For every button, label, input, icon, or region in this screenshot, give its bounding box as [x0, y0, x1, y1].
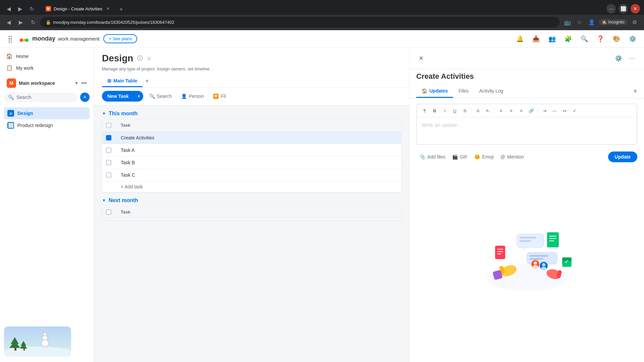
- toolbar-list[interactable]: ≡: [517, 106, 526, 115]
- next-month-header-checkbox[interactable]: [106, 209, 111, 215]
- update-button[interactable]: Update: [608, 152, 637, 162]
- panel-tab-activity-log[interactable]: Activity Log: [474, 85, 509, 98]
- table-row[interactable]: Task C: [102, 169, 401, 181]
- panel-settings-button[interactable]: ⚙️: [613, 53, 624, 64]
- row-checkbox-2[interactable]: [106, 160, 111, 165]
- row-checkbox-0[interactable]: [106, 135, 111, 140]
- maximize-button[interactable]: ⬜: [619, 4, 628, 13]
- nav-refresh[interactable]: ↻: [28, 17, 38, 27]
- emoji-icon: 😊: [474, 154, 480, 160]
- search-add-row: 🔍 Search +: [4, 90, 90, 105]
- toolbar-check[interactable]: ✓: [570, 106, 579, 115]
- see-plans-button[interactable]: + See plans: [103, 34, 137, 43]
- table-row[interactable]: Task B: [102, 157, 401, 169]
- filter-toolbar-button[interactable]: 🔽 Fil: [210, 92, 229, 101]
- invite-button[interactable]: 👥: [546, 33, 558, 45]
- tab-close-button[interactable]: ✕: [105, 6, 111, 12]
- svg-point-21: [533, 265, 538, 268]
- toolbar-paragraph[interactable]: ¶: [420, 106, 429, 115]
- panel-tab-add-button[interactable]: +: [633, 87, 637, 95]
- toolbar-italic[interactable]: I: [440, 106, 449, 115]
- back-button[interactable]: ◀: [4, 4, 13, 13]
- toolbar-align-center[interactable]: ≡: [507, 106, 516, 115]
- workspace-header[interactable]: M Main workspace ▼ •••: [4, 76, 90, 90]
- panel-tab-files[interactable]: Files: [453, 85, 474, 98]
- add-view-button[interactable]: +: [143, 78, 152, 85]
- row-checkbox-3[interactable]: [106, 172, 111, 178]
- search-toolbar-button[interactable]: 🔍 Search: [146, 92, 175, 101]
- next-month-header-task-label: Task: [115, 206, 401, 218]
- gif-label: GIF: [460, 154, 468, 160]
- sidebar-search-box[interactable]: 🔍 Search: [4, 93, 77, 102]
- design-board-label: Design: [17, 111, 33, 116]
- window-close-button[interactable]: ✕: [631, 4, 640, 13]
- row-checkbox-1[interactable]: [106, 147, 111, 153]
- toolbar-text-color[interactable]: A: [474, 106, 482, 115]
- sidebar-item-home[interactable]: 🏠 Home: [3, 50, 91, 62]
- main-table-label: Main Table: [113, 78, 137, 83]
- mention-button[interactable]: @ Mention: [497, 152, 527, 162]
- inbox-button[interactable]: 📥: [530, 33, 542, 45]
- sidebar: 🏠 Home 📋 My work M Main workspace ▼ •••: [0, 48, 94, 362]
- apps-button[interactable]: 🧩: [562, 33, 574, 45]
- address-bar-input[interactable]: 🔒 moodjoy.monday.com/boards/1830420525/p…: [40, 17, 559, 27]
- header-checkbox-cell: [102, 119, 115, 131]
- toolbar-link[interactable]: 🔗: [527, 106, 536, 115]
- extensions-icon[interactable]: ⚙: [629, 17, 640, 27]
- panel-close-button[interactable]: ✕: [416, 54, 426, 63]
- notifications-button[interactable]: 🔔: [514, 33, 526, 45]
- grid-menu-button[interactable]: ⣿: [5, 34, 15, 44]
- toolbar-columns[interactable]: ⇔: [560, 106, 569, 115]
- add-task-row[interactable]: + Add task: [102, 181, 401, 192]
- toolbar-divider[interactable]: —: [550, 106, 559, 115]
- help-button[interactable]: ❓: [594, 33, 606, 45]
- app-container: ⣿ monday work management + See plans 🔔 📥…: [0, 30, 644, 362]
- theme-button[interactable]: 🎨: [610, 33, 623, 45]
- gif-button[interactable]: 🎬 GIF: [449, 152, 471, 162]
- updates-tab-icon: 🏠: [422, 88, 427, 94]
- tab-main-table[interactable]: ⊞ Main Table: [102, 75, 143, 87]
- editor-content[interactable]: Write an update...: [417, 117, 637, 144]
- editor-placeholder: Write an update...: [422, 122, 461, 128]
- new-tab-button[interactable]: +: [116, 5, 126, 14]
- sidebar-add-button[interactable]: +: [80, 93, 90, 102]
- active-tab[interactable]: M Design - Create Activities ✕: [42, 3, 115, 14]
- table-row[interactable]: Create Activities: [102, 132, 401, 144]
- panel-more-button[interactable]: ⋯: [627, 53, 637, 64]
- search-button[interactable]: 🔍: [578, 33, 590, 45]
- group-collapse-next-month[interactable]: ▼: [102, 198, 106, 203]
- add-files-button[interactable]: 📎 Add files: [416, 152, 449, 162]
- toolbar-bold[interactable]: B: [430, 106, 439, 115]
- new-task-dropdown-button[interactable]: ▾: [134, 91, 143, 102]
- workspace-more-button[interactable]: •••: [81, 80, 87, 86]
- header-checkbox[interactable]: [106, 123, 111, 128]
- panel-tab-updates[interactable]: 🏠 Updates: [416, 85, 453, 98]
- toolbar-align-left[interactable]: ≡: [497, 106, 505, 115]
- table-row[interactable]: Task A: [102, 144, 401, 157]
- cast-icon[interactable]: 📺: [562, 17, 573, 27]
- editor-toolbar: ¶ B I U S A A↕ ≡ ≡ ≡ 🔗 ⇥: [417, 104, 637, 117]
- minimize-button[interactable]: —: [606, 4, 616, 13]
- nav-forward[interactable]: ▶: [16, 17, 25, 27]
- emoji-button[interactable]: 😊 Emoji: [471, 152, 497, 162]
- sidebar-item-design[interactable]: ⊞ Design: [4, 107, 90, 119]
- sidebar-item-my-work[interactable]: 📋 My work: [3, 62, 91, 74]
- sidebar-item-product-redesign[interactable]: ⬜ Product redesign: [4, 119, 90, 131]
- filter-icon: 🔽: [213, 94, 219, 99]
- toolbar-strikethrough[interactable]: S: [461, 106, 469, 115]
- nav-back[interactable]: ◀: [4, 17, 13, 27]
- toolbar-indent[interactable]: ⇥: [540, 106, 549, 115]
- bookmark-icon[interactable]: ☆: [574, 17, 585, 27]
- settings-button[interactable]: ⚙️: [627, 33, 639, 45]
- profile-icon[interactable]: 👤: [586, 17, 597, 27]
- new-task-button[interactable]: New Task: [102, 91, 134, 102]
- board-info-icon[interactable]: ⓘ: [137, 55, 143, 62]
- group-collapse-this-month[interactable]: ▼: [102, 111, 106, 116]
- editor-bottom-actions: 📎 Add files 🎬 GIF 😊 Emoji @ Mention: [416, 149, 637, 165]
- person-toolbar-button[interactable]: 👤 Person: [178, 92, 207, 101]
- toolbar-underline[interactable]: U: [450, 106, 459, 115]
- refresh-button[interactable]: ↻: [27, 4, 36, 13]
- forward-button[interactable]: ▶: [15, 4, 25, 13]
- toolbar-text-size[interactable]: A↕: [484, 106, 492, 115]
- board-star-icon[interactable]: ☆: [147, 55, 151, 62]
